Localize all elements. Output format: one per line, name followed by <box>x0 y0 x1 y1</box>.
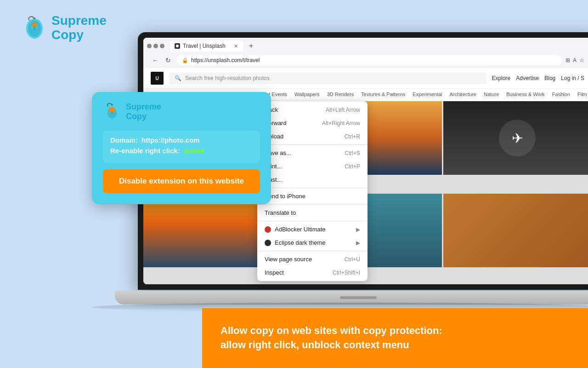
domain-label: Domain: <box>110 136 138 144</box>
context-menu: Back Alt+Left Arrow Forward Alt+Right Ar… <box>257 101 368 281</box>
logo-mouse-icon <box>23 15 46 41</box>
bookmark-icon[interactable]: ☆ <box>579 57 584 63</box>
disable-extension-button[interactable]: Disable extension on this website <box>103 169 260 193</box>
address-bar: ← ↻ 🔒 https://unsplash.com/t/travel ⊞ A … <box>147 53 588 68</box>
cat-architecture[interactable]: Architecture <box>450 92 477 98</box>
banner-line1: Allow copy on web sites with copy protec… <box>220 324 442 338</box>
site-nav-top: U 🔍 Search free high-resolution photos E… <box>143 68 588 89</box>
cat-business[interactable]: Business & Work <box>506 92 545 98</box>
ctx-back[interactable]: Back Alt+Left Arrow <box>257 103 368 116</box>
back-btn[interactable]: ← <box>151 57 160 64</box>
tab-title: Travel | Unsplash <box>183 43 226 49</box>
site-action-advertise[interactable]: Advertise <box>516 75 539 81</box>
site-actions: Explore Advertise Blog Log in / S <box>492 75 584 81</box>
reload-btn[interactable]: ↻ <box>164 57 173 64</box>
tab-favicon <box>175 43 180 49</box>
ctx-viewsource-label: View page source <box>265 256 312 263</box>
window-btn-close[interactable] <box>160 44 164 48</box>
tab-bar: Travel | Unsplash ✕ + <box>147 40 588 52</box>
browser-actions: ⊞ A ☆ <box>565 57 584 63</box>
popup-status-row: Re-enable right click: Active <box>110 147 253 155</box>
popup-logo-line2: Copy <box>126 112 161 121</box>
banner-line2: allow right click, unblock context menu <box>220 338 442 352</box>
search-box[interactable]: 🔍 Search free high-resolution photos <box>169 72 486 84</box>
ctx-eclipse-arrow: ▶ <box>356 240 360 246</box>
ctx-inspect-label: Inspect <box>265 269 284 276</box>
svg-rect-11 <box>111 111 113 114</box>
svg-rect-6 <box>34 26 35 30</box>
new-tab-btn[interactable]: + <box>245 41 257 51</box>
site-action-explore[interactable]: Explore <box>492 75 511 81</box>
ctx-saveas[interactable]: Save as... Ctrl+S <box>257 146 368 160</box>
unsplash-logo: U <box>151 72 164 85</box>
ctx-send-iphone[interactable]: Send to iPhone <box>257 190 368 203</box>
ctx-reload-shortcut: Ctrl+R <box>345 133 360 140</box>
adblocker-icon <box>265 226 271 233</box>
extension-popup: Supreme Copy Domain: https://photo.com R… <box>92 92 271 204</box>
ctx-inspect-shortcut: Ctrl+Shift+I <box>333 270 360 276</box>
ctx-saveas-shortcut: Ctrl+S <box>345 150 360 156</box>
cat-3d[interactable]: 3D Renders <box>327 92 354 98</box>
site-action-blog[interactable]: Blog <box>544 75 555 81</box>
ctx-translate[interactable]: Translate to <box>257 206 368 219</box>
font-icon[interactable]: A <box>573 57 577 63</box>
ctx-eclipse[interactable]: Eclipse dark theme ▶ <box>257 236 368 249</box>
ctx-adblocker[interactable]: AdBlocker Ultimate ▶ <box>257 223 368 236</box>
ctx-sep1 <box>257 144 368 145</box>
url-field[interactable]: 🔒 https://unsplash.com/t/travel <box>176 55 562 65</box>
cat-nature[interactable]: Nature <box>484 92 499 98</box>
ctx-print[interactable]: Print... Ctrl+P <box>257 160 368 173</box>
ctx-sep5 <box>257 251 368 251</box>
ctx-viewsource[interactable]: View page source Ctrl+U <box>257 253 368 266</box>
laptop-notch <box>340 296 377 299</box>
site-action-login[interactable]: Log in / S <box>561 75 584 81</box>
ctx-forward-shortcut: Alt+Right Arrow <box>322 120 360 126</box>
ctx-viewsource-shortcut: Ctrl+U <box>345 256 360 263</box>
cat-fashion[interactable]: Fashion <box>552 92 570 98</box>
split-view-icon[interactable]: ⊞ <box>565 57 570 63</box>
ctx-sep4 <box>257 221 368 221</box>
ctx-adblocker-label: AdBlocker Ultimate <box>275 226 326 233</box>
reenable-label: Re-enable right click: <box>110 147 180 155</box>
popup-mouse-icon <box>103 101 121 122</box>
lock-icon: 🔒 <box>182 58 188 63</box>
url-text: https://unsplash.com/t/travel <box>191 57 260 63</box>
popup-domain-row: Domain: https://photo.com <box>110 136 253 144</box>
bottom-banner: Allow copy on web sites with copy protec… <box>202 308 588 368</box>
ctx-cast[interactable]: Cast... <box>257 173 368 186</box>
popup-logo: Supreme Copy <box>103 101 260 122</box>
cat-film[interactable]: Film <box>577 92 587 98</box>
ctx-translate-label: Translate to <box>265 209 296 216</box>
status-value: Active <box>184 147 204 155</box>
cat-textures[interactable]: Textures & Patterns <box>361 92 405 98</box>
ctx-reload[interactable]: Reload Ctrl+R <box>257 130 368 143</box>
tab-close-btn[interactable]: ✕ <box>234 43 238 49</box>
ctx-eclipse-label: Eclipse dark theme <box>275 239 326 246</box>
window-btn-max[interactable] <box>153 44 158 48</box>
popup-logo-text: Supreme Copy <box>126 102 161 121</box>
svg-point-7 <box>34 17 35 19</box>
ctx-forward[interactable]: Forward Alt+Right Arrow <box>257 116 368 130</box>
popup-logo-line1: Supreme <box>126 102 161 112</box>
photo-cell-3[interactable]: ✈ <box>443 101 588 175</box>
cat-wallpapers[interactable]: Wallpapers <box>294 92 320 98</box>
ctx-print-shortcut: Ctrl+P <box>345 163 360 170</box>
ctx-sep3 <box>257 204 368 205</box>
eclipse-icon <box>265 240 271 246</box>
browser-tab-active[interactable]: Travel | Unsplash ✕ <box>170 40 243 52</box>
ctx-adblocker-arrow: ▶ <box>356 226 360 233</box>
ctx-inspect[interactable]: Inspect Ctrl+Shift+I <box>257 266 368 279</box>
browser-chrome: Travel | Unsplash ✕ + ← ↻ 🔒 https://unsp… <box>143 38 588 68</box>
cat-experimental[interactable]: Experimental <box>413 92 442 98</box>
photo-cell-6[interactable] <box>443 194 588 267</box>
search-placeholder: Search free high-resolution photos <box>185 75 269 81</box>
window-btn-min[interactable] <box>147 44 152 48</box>
banner-text: Allow copy on web sites with copy protec… <box>220 324 442 352</box>
ctx-sep2 <box>257 188 368 188</box>
domain-value: https://photo.com <box>141 136 200 144</box>
svg-point-12 <box>111 104 113 105</box>
ctx-back-shortcut: Alt+Left Arrow <box>326 107 360 113</box>
popup-info: Domain: https://photo.com Re-enable righ… <box>103 131 260 163</box>
search-icon: 🔍 <box>175 75 181 81</box>
